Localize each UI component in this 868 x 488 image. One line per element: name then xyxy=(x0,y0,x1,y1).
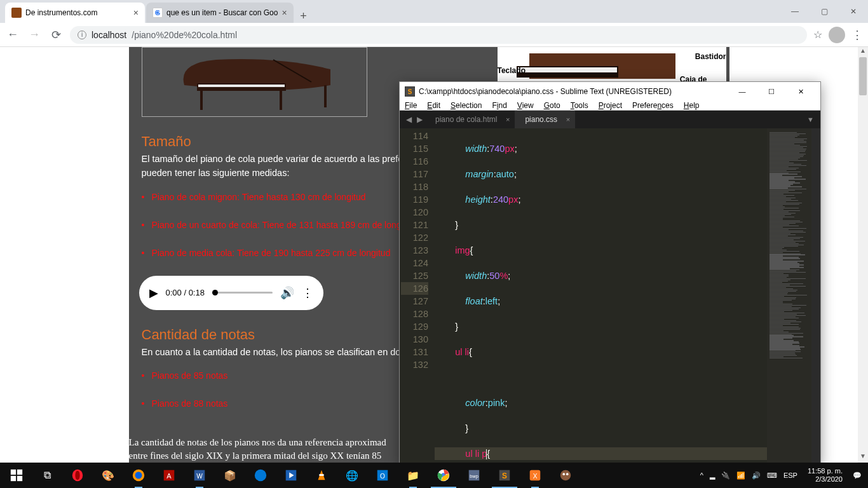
close-tab-icon[interactable]: × xyxy=(133,8,139,18)
reload-button[interactable]: ⟳ xyxy=(48,28,64,42)
svg-rect-10 xyxy=(11,476,16,481)
sublime-maximize-button[interactable]: ☐ xyxy=(757,82,786,101)
url-host: localhost xyxy=(92,30,126,40)
code-area[interactable]: width:740px; margin:auto; height:240px; … xyxy=(435,128,820,488)
scrollbar-thumb[interactable] xyxy=(859,57,867,95)
site-info-icon[interactable]: i xyxy=(78,30,86,39)
wifi-icon[interactable]: 📶 xyxy=(736,471,745,480)
tab-overflow-icon[interactable]: ▼ xyxy=(801,116,820,123)
bookmark-star-icon[interactable]: ☆ xyxy=(813,29,822,41)
tab-label: piano de cola.html xyxy=(435,115,497,124)
play-icon[interactable]: ▶ xyxy=(149,286,158,300)
sublime-minimize-button[interactable]: — xyxy=(728,82,757,101)
menu-help[interactable]: Help xyxy=(684,101,700,110)
scroll-up-icon[interactable]: ▲ xyxy=(858,47,868,57)
word-icon[interactable]: W xyxy=(184,463,215,488)
close-tab-icon[interactable]: × xyxy=(506,116,510,123)
windows-taskbar: ⧉ 🎨 A W 📦 🌐 O 📁 bwp S X ^ ▂ 🔌 📶 🔊 ⌨ ESP … xyxy=(0,463,868,488)
audio-scrubber[interactable] xyxy=(212,292,273,294)
svg-text:W: W xyxy=(196,473,203,480)
notifications-icon[interactable]: 💬 xyxy=(853,471,862,480)
sublime-taskbar-icon[interactable]: S xyxy=(489,463,520,488)
svg-rect-2 xyxy=(200,91,203,110)
task-view-button[interactable]: ⧉ xyxy=(32,463,62,488)
minimap[interactable]: /*noop*/ xyxy=(767,128,811,488)
profile-avatar[interactable] xyxy=(829,27,845,43)
svg-text:X: X xyxy=(533,473,538,480)
power-icon[interactable]: 🔌 xyxy=(721,471,730,480)
tab-nav-right-icon[interactable]: ▶ xyxy=(414,115,425,124)
chrome-taskbar-icon[interactable] xyxy=(428,463,459,488)
chrome-toolbar: ← → ⟳ i localhost/piano%20de%20cola.html… xyxy=(0,23,868,47)
svg-rect-8 xyxy=(11,470,16,475)
svg-point-13 xyxy=(75,471,79,480)
close-tab-icon[interactable]: × xyxy=(281,8,287,18)
svg-rect-9 xyxy=(17,470,22,475)
media-player-icon[interactable] xyxy=(276,463,306,488)
close-tab-icon[interactable]: × xyxy=(566,116,570,123)
minimize-button[interactable]: — xyxy=(780,0,810,23)
audio-menu-icon[interactable]: ⋮ xyxy=(302,286,313,300)
menu-view[interactable]: View xyxy=(517,101,534,110)
menu-goto[interactable]: Goto xyxy=(544,101,560,110)
paint-icon[interactable]: 🎨 xyxy=(93,463,123,488)
volume-tray-icon[interactable]: 🔊 xyxy=(752,471,761,480)
file-explorer-icon[interactable]: 📁 xyxy=(398,463,428,488)
language-indicator[interactable]: ESP xyxy=(783,471,797,479)
opera-icon[interactable] xyxy=(62,463,93,488)
sublime-close-button[interactable]: ✕ xyxy=(786,82,815,101)
google-earth-icon[interactable]: 🌐 xyxy=(337,463,367,488)
browser-tab-active[interactable]: De instrumentos.com × xyxy=(5,3,145,23)
taskbar-clock[interactable]: 11:58 p. m. 2/3/2020 xyxy=(804,467,846,484)
keyboard-icon[interactable]: ⌨ xyxy=(767,471,777,480)
back-button[interactable]: ← xyxy=(5,28,20,41)
code-editor[interactable]: 1141151161171181191201211221231241251261… xyxy=(400,128,820,488)
gimp-icon[interactable] xyxy=(550,463,581,488)
audio-player[interactable]: ▶ 0:00 / 0:18 🔊 ⋮ xyxy=(139,276,323,310)
sublime-tab-css[interactable]: piano.css × xyxy=(515,111,575,128)
volume-icon[interactable]: 🔊 xyxy=(280,286,294,300)
zip-icon[interactable]: 📦 xyxy=(215,463,245,488)
menu-tools[interactable]: Tools xyxy=(571,101,588,110)
svg-point-15 xyxy=(135,472,142,479)
battery-icon[interactable]: ▂ xyxy=(710,471,715,480)
editor-scrollbar[interactable] xyxy=(811,128,820,488)
tray-overflow-icon[interactable]: ^ xyxy=(700,471,703,479)
sublime-tabbar: ◀ ▶ piano de cola.html × piano.css × ▼ xyxy=(400,111,820,128)
adobe-reader-icon[interactable]: A xyxy=(154,463,184,488)
menu-edit[interactable]: Edit xyxy=(427,101,440,110)
firefox-icon[interactable] xyxy=(123,463,154,488)
vlc-icon[interactable] xyxy=(306,463,337,488)
menu-project[interactable]: Project xyxy=(599,101,622,110)
start-button[interactable] xyxy=(1,463,32,488)
menu-find[interactable]: Find xyxy=(492,101,506,110)
address-bar[interactable]: i localhost/piano%20de%20cola.html xyxy=(70,26,807,44)
edge-icon[interactable] xyxy=(245,463,276,488)
sublime-titlebar[interactable]: S C:\xampp\htdocs\pianodecola\piano.css … xyxy=(400,82,820,101)
svg-text:S: S xyxy=(502,471,507,480)
tab-label: piano.css xyxy=(525,115,557,124)
tab-title: que es un item - Buscar con Goo xyxy=(166,8,278,17)
menu-selection[interactable]: Selection xyxy=(451,101,482,110)
tab-nav-left-icon[interactable]: ◀ xyxy=(403,115,414,124)
scroll-down-icon[interactable]: ▼ xyxy=(858,452,868,463)
close-window-button[interactable]: ✕ xyxy=(839,0,868,23)
chrome-menu-button[interactable]: ⋮ xyxy=(851,28,863,42)
browser-tab-inactive[interactable]: G que es un item - Buscar con Goo × xyxy=(146,3,294,23)
piano-image-frame xyxy=(142,47,367,117)
page-scrollbar[interactable]: ▲ ▼ xyxy=(858,47,868,463)
svg-text:A: A xyxy=(166,472,172,480)
sublime-title-text: C:\xampp\htdocs\pianodecola\piano.css - … xyxy=(419,87,672,96)
new-tab-button[interactable]: + xyxy=(295,10,313,23)
outlook-icon[interactable]: O xyxy=(367,463,398,488)
svg-rect-3 xyxy=(280,91,282,110)
maximize-button[interactable]: ▢ xyxy=(810,0,839,23)
menu-preferences[interactable]: Preferences xyxy=(632,101,674,110)
sublime-tab-html[interactable]: piano de cola.html × xyxy=(425,111,515,128)
svg-rect-24 xyxy=(319,474,323,476)
bwp-icon[interactable]: bwp xyxy=(459,463,489,488)
xampp-icon[interactable]: X xyxy=(520,463,550,488)
menu-file[interactable]: File xyxy=(405,101,417,110)
label-teclado: Teclado xyxy=(498,66,526,75)
google-favicon-icon: G xyxy=(153,8,163,18)
